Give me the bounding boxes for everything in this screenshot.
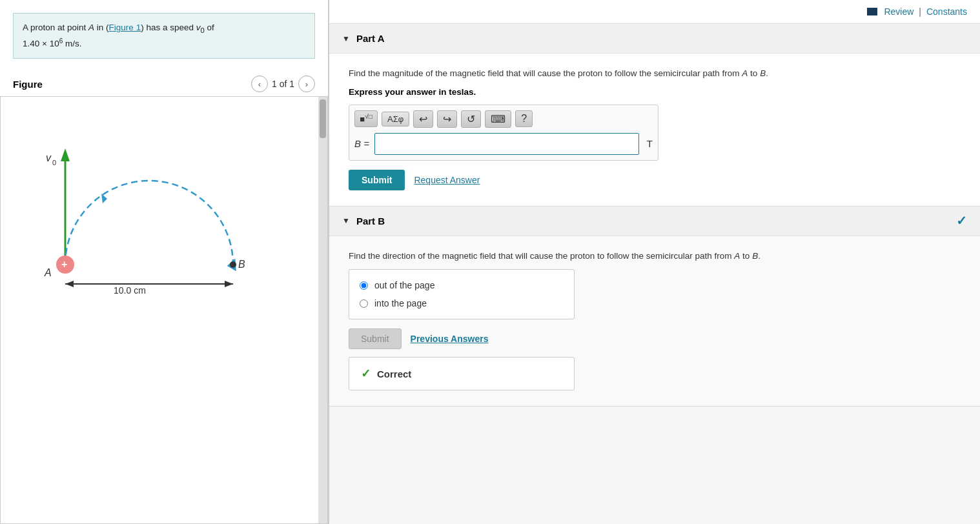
svg-text:B: B <box>238 259 245 270</box>
submit-row-b: Submit Previous Answers <box>349 328 961 349</box>
correct-checkmark: ✓ <box>361 367 371 381</box>
request-answer-btn[interactable]: Request Answer <box>414 175 480 185</box>
svg-marker-1 <box>61 148 70 161</box>
prev-answers-btn[interactable]: Previous Answers <box>411 334 489 344</box>
right-panel: Review | Constants ▼ Part A Find the mag… <box>329 0 980 524</box>
svg-marker-5 <box>101 194 107 203</box>
part-a-label: Part A <box>356 33 385 44</box>
part-b-var-a: A <box>734 251 740 261</box>
radio-into-page[interactable] <box>360 299 368 308</box>
constants-link[interactable]: Constants <box>926 6 967 17</box>
scrollbar[interactable] <box>318 97 327 523</box>
radio-group: out of the page into the page <box>349 269 575 319</box>
formula-btn[interactable]: ■√□ <box>354 110 378 126</box>
figure-nav: ‹ 1 of 1 › <box>251 76 315 92</box>
scrollbar-thumb <box>320 99 326 138</box>
part-a-header[interactable]: ▼ Part A <box>329 24 980 54</box>
figure-header: Figure ‹ 1 of 1 › <box>0 72 328 96</box>
part-a-section: ▼ Part A Find the magnitude of the magne… <box>329 24 980 207</box>
part-a-bold-label: Express your answer in teslas. <box>349 87 961 97</box>
part-b-body: Find the direction of the magnetic field… <box>329 236 980 407</box>
separator: | <box>919 6 921 17</box>
answer-input[interactable] <box>374 133 639 155</box>
part-b-question: Find the direction of the magnetic field… <box>349 249 961 263</box>
radio-out-of-page[interactable] <box>360 281 368 290</box>
part-a-question-text: Find the magnitude of the magnetic field… <box>349 68 740 78</box>
part-b-question-text: Find the direction of the magnetic field… <box>349 251 732 261</box>
symbol-btn[interactable]: AΣφ <box>382 112 409 126</box>
figure-link[interactable]: Figure 1 <box>109 23 141 32</box>
correct-box: ✓ Correct <box>349 357 575 390</box>
svg-point-9 <box>230 261 236 268</box>
eq-unit: T <box>647 138 653 149</box>
help-btn[interactable]: ? <box>515 110 533 127</box>
review-link[interactable]: Review <box>884 6 914 17</box>
figure-svg-area: v 0 + A B <box>1 97 318 305</box>
figure-canvas: v 0 + A B <box>0 96 328 524</box>
top-bar: Review | Constants <box>329 0 980 24</box>
speed-units: m/s. <box>63 39 81 48</box>
part-a-var-a: A <box>742 68 748 78</box>
part-b-header[interactable]: ▼ Part B ✓ <box>329 207 980 236</box>
part-a-period: . <box>766 68 768 78</box>
option-into-page[interactable]: into the page <box>360 294 564 312</box>
svg-text:+: + <box>61 259 67 270</box>
submit-row: Submit Request Answer <box>349 170 961 190</box>
part-b-label: Part B <box>356 216 385 227</box>
keyboard-btn[interactable]: ⌨ <box>485 110 511 128</box>
submit-button[interactable]: Submit <box>349 170 405 190</box>
figure-section: Figure ‹ 1 of 1 › v 0 <box>0 72 328 524</box>
problem-statement: A proton at point A in (Figure 1) has a … <box>13 13 315 59</box>
math-input-container: ■√□ AΣφ ↩ ↪ ↺ ⌨ ? B = T <box>349 105 658 161</box>
svg-text:0: 0 <box>52 159 56 166</box>
var-A: A <box>88 23 94 32</box>
part-b-var-b: B <box>752 251 758 261</box>
math-toolbar: ■√□ AΣφ ↩ ↪ ↺ ⌨ ? <box>354 110 653 128</box>
next-figure-btn[interactable]: › <box>298 76 315 92</box>
option-out-of-page[interactable]: out of the page <box>360 276 564 294</box>
part-b-section: ▼ Part B ✓ Find the direction of the mag… <box>329 207 980 407</box>
svg-text:10.0 cm: 10.0 cm <box>114 285 146 296</box>
svg-text:A: A <box>44 267 52 278</box>
part-b-chevron: ▼ <box>342 216 350 225</box>
svg-marker-13 <box>225 281 233 287</box>
eq-label: B = <box>354 138 369 149</box>
review-icon <box>867 8 877 15</box>
part-b-check-icon: ✓ <box>956 213 967 228</box>
problem-text: A proton at point A in (Figure 1) has a … <box>23 23 214 48</box>
reset-btn[interactable]: ↺ <box>461 110 481 128</box>
svg-text:v: v <box>46 152 52 163</box>
left-panel: A proton at point A in (Figure 1) has a … <box>0 0 329 524</box>
option-in-label: into the page <box>374 298 427 308</box>
speed-value: 1.40 × 10 <box>23 39 59 48</box>
part-a-chevron: ▼ <box>342 34 350 43</box>
part-b-to: to <box>742 251 750 261</box>
part-b-period: . <box>758 251 761 261</box>
undo-btn[interactable]: ↩ <box>413 110 433 128</box>
part-a-var-b: B <box>760 68 766 78</box>
part-a-question: Find the magnitude of the magnetic field… <box>349 66 961 81</box>
svg-marker-12 <box>65 281 74 287</box>
correct-label: Correct <box>377 368 411 379</box>
submit-b-disabled-button: Submit <box>349 328 402 349</box>
part-a-to: to <box>750 68 757 78</box>
math-eq-row: B = T <box>354 133 653 155</box>
figure-label: Figure <box>13 79 43 90</box>
part-b-header-wrapper: ▼ Part B ✓ <box>329 207 980 236</box>
option-out-label: out of the page <box>374 280 434 290</box>
redo-btn[interactable]: ↪ <box>437 110 457 128</box>
figure-diagram: v 0 + A B <box>14 103 285 297</box>
prev-figure-btn[interactable]: ‹ <box>251 76 268 92</box>
figure-count: 1 of 1 <box>272 79 294 89</box>
part-a-body: Find the magnitude of the magnetic field… <box>329 54 980 206</box>
